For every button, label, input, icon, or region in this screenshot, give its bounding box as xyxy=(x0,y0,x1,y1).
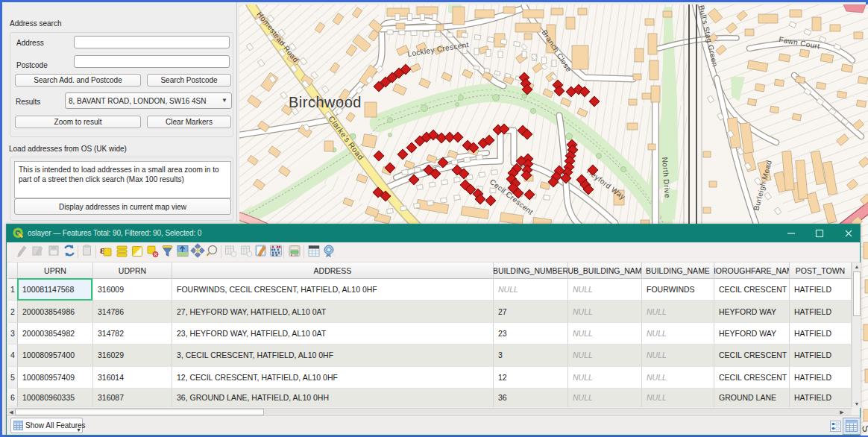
svg-text:Birchwood: Birchwood xyxy=(289,94,362,110)
svg-text:S: S xyxy=(860,424,868,433)
svg-text:ε: ε xyxy=(100,245,104,256)
